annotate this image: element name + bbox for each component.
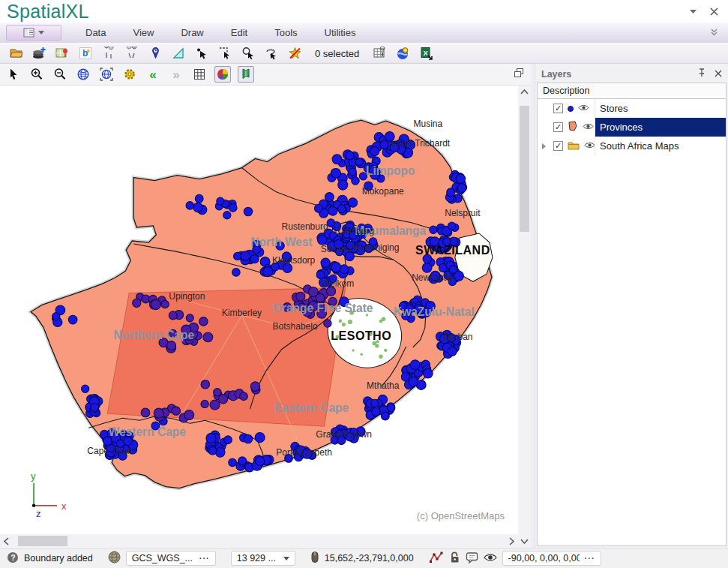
expand-arrow-icon[interactable] <box>542 143 546 149</box>
vertex-edit-icon[interactable] <box>429 551 444 566</box>
visibility-eye-icon[interactable] <box>484 553 497 564</box>
layer-globe-icon[interactable] <box>395 46 410 61</box>
map-location-icon[interactable] <box>55 46 70 61</box>
thematic-pie-icon[interactable] <box>214 66 231 83</box>
dropdown-arrow-icon[interactable] <box>283 557 289 560</box>
rotation-field[interactable]: -90,00, 0,00, 0,00 ··· <box>502 551 601 566</box>
province-label: Orange Free State <box>273 301 373 314</box>
scale-dropdown[interactable]: 13 929 ... <box>231 551 295 566</box>
layer-label[interactable]: South Africa Maps <box>595 137 726 155</box>
crs-globe-icon <box>108 551 121 566</box>
comment-icon[interactable] <box>466 551 478 566</box>
province-label: Eastern Cape <box>274 401 349 414</box>
next-view-icon[interactable]: » <box>168 66 184 83</box>
layer-row-stores[interactable]: ✓ Stores <box>538 99 726 118</box>
axis-y-label: y <box>31 470 36 482</box>
menu-item-view[interactable]: View <box>119 27 167 38</box>
chevron-down-icon <box>38 31 44 35</box>
eye-icon[interactable] <box>578 103 589 114</box>
streetview-pins-icon[interactable] <box>101 46 116 61</box>
status-bar: ? Boundary added GCS_WGS_... ··· 13 929 … <box>0 548 728 568</box>
folder-symbol-icon <box>568 140 580 152</box>
map-canvas[interactable]: LimpopoNorth WestMpumalangaOrange Free S… <box>0 86 518 534</box>
layer-row-south-africa-maps[interactable]: ✓ South Africa Maps <box>538 137 726 155</box>
province-label: KwaZulu-Natal <box>394 305 475 318</box>
crs-value: GCS_WGS_... <box>132 553 194 563</box>
scroll-left-icon[interactable] <box>0 535 13 548</box>
select-point-icon[interactable] <box>194 46 209 61</box>
town-label: Nelspruit <box>445 208 481 218</box>
layers-panel-header: Layers <box>537 65 727 83</box>
previous-view-icon[interactable]: « <box>145 66 161 83</box>
bing-maps-icon[interactable]: b <box>78 46 93 61</box>
map-style-icon[interactable] <box>238 66 254 83</box>
scroll-up-icon[interactable] <box>518 86 531 98</box>
town-label: Newcastle <box>412 272 454 283</box>
map-toolbar: « » <box>0 64 531 86</box>
province-label: Northern Cape <box>113 329 194 341</box>
crs-more-button[interactable]: ··· <box>199 554 210 563</box>
horizontal-scroll-thumb[interactable] <box>18 536 67 546</box>
map-horizontal-scrollbar[interactable] <box>0 534 531 548</box>
axis-z-label: z <box>36 508 41 519</box>
menu-item-draw[interactable]: Draw <box>167 27 217 38</box>
select-freehand-icon[interactable] <box>264 46 279 61</box>
add-layer-icon[interactable] <box>31 46 46 61</box>
menu-item-utilities[interactable]: Utilities <box>311 27 370 38</box>
settings-gear-icon[interactable] <box>121 66 138 83</box>
town-label: Mokopane <box>362 186 404 197</box>
export-excel-icon[interactable]: X <box>418 46 433 61</box>
rotation-more-button[interactable]: ··· <box>585 554 595 563</box>
drop-pin-icon[interactable] <box>148 46 163 61</box>
layer-row-provinces[interactable]: ✓ Provinces <box>538 118 726 137</box>
zoom-in-tool-icon[interactable] <box>28 66 45 83</box>
streetview-pins-alt-icon[interactable] <box>124 46 139 61</box>
app-title: SpatialXL <box>7 2 89 21</box>
menu-item-edit[interactable]: Edit <box>217 27 261 38</box>
layer-label[interactable]: Stores <box>595 99 726 118</box>
select-rectangle-icon[interactable] <box>217 46 232 61</box>
help-icon[interactable]: ? <box>7 551 19 566</box>
polygon-symbol-icon <box>568 121 578 134</box>
eye-icon[interactable] <box>583 122 594 133</box>
grid-view-icon[interactable] <box>191 66 208 83</box>
clear-selection-icon[interactable] <box>287 46 302 61</box>
layer-label[interactable]: Provinces <box>595 118 726 137</box>
app-menu-icon <box>23 28 35 38</box>
ribbon-collapse-icon[interactable] <box>709 28 719 39</box>
layer-checkbox[interactable]: ✓ <box>553 122 563 132</box>
zoom-out-tool-icon[interactable] <box>52 66 68 83</box>
window-menu-icon[interactable] <box>689 8 697 14</box>
layer-checkbox[interactable]: ✓ <box>553 141 563 151</box>
zoom-extent-globe-icon[interactable] <box>75 66 91 83</box>
select-zoom-icon[interactable] <box>241 46 256 61</box>
description-column-header[interactable]: Description <box>537 83 727 99</box>
float-window-icon[interactable] <box>513 67 525 81</box>
layer-checkbox[interactable]: ✓ <box>553 104 563 113</box>
app-menu-button[interactable] <box>6 25 61 41</box>
scroll-right-icon[interactable] <box>505 535 518 548</box>
lock-open-icon[interactable] <box>449 551 460 566</box>
pin-panel-icon[interactable] <box>698 68 706 80</box>
map-attribution: (c) OpenStreetMaps <box>417 510 505 521</box>
status-message: Boundary added <box>24 553 93 563</box>
town-label: Rustenburg <box>282 221 328 232</box>
town-label: Cape Town <box>87 446 132 456</box>
mouse-coordinates: 15,652,-23,791,0,000 <box>325 553 414 563</box>
map-grid-pin-icon[interactable] <box>372 46 387 61</box>
menu-item-data[interactable]: Data <box>72 27 119 38</box>
vertical-scroll-thumb[interactable] <box>520 106 529 232</box>
close-panel-icon[interactable] <box>715 69 722 80</box>
crs-field[interactable]: GCS_WGS_... ··· <box>126 551 216 566</box>
scroll-down-icon[interactable] <box>518 535 531 548</box>
menu-item-tools[interactable]: Tools <box>261 27 310 38</box>
measure-triangle-icon[interactable] <box>171 46 186 61</box>
workspace: « » LimpopoNorth WestMpumalangaOrange Fr… <box>0 64 728 548</box>
map-svg[interactable]: LimpopoNorth WestMpumalangaOrange Free S… <box>0 86 518 534</box>
close-icon[interactable] <box>709 7 719 17</box>
map-vertical-scrollbar[interactable] <box>518 86 531 534</box>
open-file-icon[interactable] <box>8 46 23 61</box>
pointer-tool-icon[interactable] <box>5 66 22 83</box>
zoom-window-globe-icon[interactable] <box>98 66 115 83</box>
eye-icon[interactable] <box>584 140 595 152</box>
